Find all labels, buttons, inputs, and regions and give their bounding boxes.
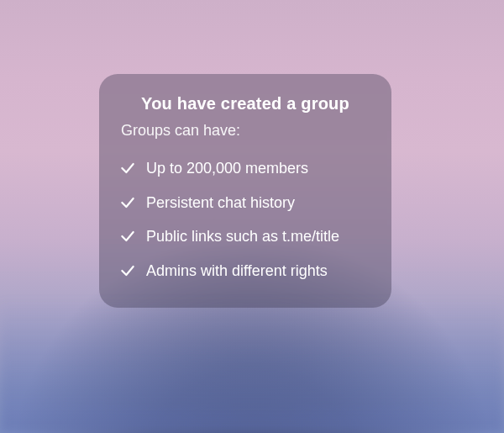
check-icon <box>119 160 136 177</box>
card-subtitle: Groups can have: <box>121 122 371 140</box>
feature-item: Up to 200,000 members <box>119 151 371 186</box>
check-icon <box>119 262 136 279</box>
feature-text: Admins with different rights <box>146 261 328 281</box>
feature-list: Up to 200,000 members Persistent chat hi… <box>119 151 371 288</box>
check-icon <box>119 194 136 211</box>
feature-text: Persistent chat history <box>146 193 295 213</box>
chat-background: You have created a group Groups can have… <box>0 0 504 433</box>
feature-item: Public links such as t.me/title <box>119 219 371 254</box>
feature-text: Up to 200,000 members <box>146 159 308 178</box>
feature-item: Admins with different rights <box>119 254 371 288</box>
check-icon <box>119 228 136 245</box>
card-title: You have created a group <box>119 94 371 114</box>
group-created-service-message: You have created a group Groups can have… <box>99 74 391 308</box>
feature-text: Public links such as t.me/title <box>146 227 339 246</box>
feature-item: Persistent chat history <box>119 186 371 220</box>
